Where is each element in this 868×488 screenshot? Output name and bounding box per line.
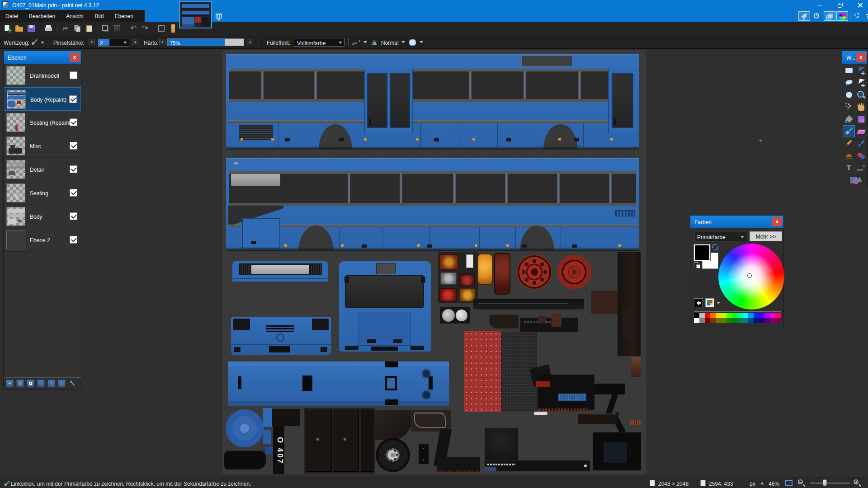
- layer-row-misc[interactable]: Misc: [4, 134, 81, 158]
- fill-style-combo[interactable]: Volltonfarbe: [294, 38, 344, 47]
- save-button[interactable]: [25, 23, 37, 34]
- layer-row-ebene-2[interactable]: Ebene 2: [4, 228, 81, 252]
- ruler-button[interactable]: [167, 23, 179, 34]
- palette-swatch[interactable]: [737, 318, 743, 323]
- palette-swatch[interactable]: [699, 313, 705, 318]
- palette-swatch[interactable]: [699, 318, 705, 323]
- tool-selector-button[interactable]: [30, 38, 45, 47]
- palette-swatch[interactable]: [710, 318, 716, 323]
- toggle-colors-panel-button[interactable]: [836, 11, 848, 21]
- duplicate-layer-button[interactable]: ⧉: [27, 380, 34, 387]
- palette-swatch[interactable]: [710, 313, 716, 318]
- brush-width-increase-button[interactable]: ＋: [132, 39, 138, 45]
- palette-swatch[interactable]: [748, 318, 754, 323]
- tool-recolor[interactable]: [855, 150, 867, 162]
- palette-swatch[interactable]: [694, 318, 699, 323]
- unit-selector[interactable]: px: [750, 481, 755, 487]
- cut-button[interactable]: ✂: [60, 23, 71, 34]
- pixel-grid-button[interactable]: [156, 23, 167, 34]
- colors-panel-title-bar[interactable]: Farben x: [690, 216, 783, 228]
- palette-swatch[interactable]: [737, 313, 743, 318]
- palette-swatch[interactable]: [732, 318, 737, 323]
- selection-render-dropdown[interactable]: [420, 41, 423, 43]
- palette-swatch[interactable]: [716, 313, 721, 318]
- tool-move-selected-pixels[interactable]: [855, 64, 867, 76]
- tool-line-curve[interactable]: [855, 162, 867, 174]
- palette-swatch[interactable]: [726, 313, 732, 318]
- layer-row-drahtmodell[interactable]: Drahtmodell: [4, 64, 81, 87]
- layer-row-body[interactable]: Body: [4, 205, 81, 228]
- tool-paint-bucket[interactable]: [843, 113, 855, 125]
- palette-swatch[interactable]: [770, 313, 775, 318]
- selection-render-icon[interactable]: [408, 38, 418, 47]
- add-layer-button[interactable]: +: [6, 380, 14, 387]
- layer-row-detail[interactable]: Detail: [4, 158, 81, 181]
- delete-layer-button[interactable]: x: [16, 380, 24, 387]
- move-layer-down-button[interactable]: ↓: [58, 380, 66, 387]
- primary-color-swatch[interactable]: [694, 244, 710, 261]
- tool-color-picker[interactable]: [855, 137, 867, 150]
- blend-mode-dropdown[interactable]: [401, 41, 405, 43]
- palette-menu-caret[interactable]: [717, 302, 720, 304]
- layer-visibility-checkbox[interactable]: [70, 212, 77, 220]
- layer-visibility-checkbox[interactable]: [70, 118, 77, 126]
- tool-text[interactable]: [843, 162, 855, 174]
- tool-pan[interactable]: [855, 101, 867, 113]
- colors-panel-close-button[interactable]: x: [772, 217, 782, 226]
- layer-visibility-checkbox[interactable]: [69, 95, 77, 103]
- toggle-layers-panel-button[interactable]: [824, 11, 835, 21]
- zoom-to-fit-icon[interactable]: [785, 480, 793, 486]
- undo-button[interactable]: ↶: [127, 23, 139, 34]
- zoom-slider-handle[interactable]: [823, 479, 827, 486]
- zoom-out-icon[interactable]: [798, 479, 803, 484]
- zoom-in-icon[interactable]: [854, 479, 859, 484]
- redo-button[interactable]: ↷: [139, 23, 151, 34]
- open-image-thumbnail[interactable]: [179, 1, 212, 28]
- open-file-button[interactable]: [14, 23, 25, 34]
- swap-colors-icon[interactable]: [712, 244, 717, 249]
- palette-swatch[interactable]: [694, 313, 699, 318]
- help-button[interactable]: ?: [862, 11, 868, 21]
- layer-row-seating[interactable]: Seating: [4, 181, 81, 205]
- tool-lasso-select[interactable]: [843, 76, 855, 89]
- palette-swatch[interactable]: [721, 318, 726, 323]
- hardness-decrease-button[interactable]: ▪: [159, 39, 165, 45]
- palette-swatch[interactable]: [705, 313, 710, 318]
- paste-button[interactable]: [83, 23, 95, 34]
- palette-swatch[interactable]: [716, 318, 721, 323]
- hardness-slider[interactable]: 75%: [167, 38, 244, 46]
- layer-visibility-checkbox[interactable]: [70, 71, 77, 79]
- toggle-tools-panel-button[interactable]: [798, 11, 810, 21]
- minimize-button[interactable]: [812, 0, 827, 10]
- new-file-button[interactable]: [2, 23, 14, 34]
- layers-panel-close-button[interactable]: x: [70, 53, 80, 62]
- tool-magic-wand[interactable]: [843, 101, 855, 113]
- tool-shapes[interactable]: [843, 174, 867, 186]
- antialiasing-dropdown[interactable]: [363, 41, 367, 43]
- layer-properties-button[interactable]: 🔧: [68, 380, 76, 387]
- layer-visibility-checkbox[interactable]: [70, 189, 77, 197]
- deselect-button[interactable]: [111, 23, 123, 34]
- copy-button[interactable]: [71, 23, 83, 34]
- palette-swatch[interactable]: [759, 313, 764, 318]
- close-button[interactable]: [853, 0, 868, 10]
- tool-ellipse-select[interactable]: [843, 89, 855, 101]
- palette-swatch[interactable]: [732, 313, 737, 318]
- palette-swatch[interactable]: [754, 313, 759, 318]
- palette-swatch[interactable]: [726, 318, 732, 323]
- palette-swatch[interactable]: [721, 313, 726, 318]
- tool-move-selection[interactable]: [855, 76, 867, 89]
- layers-panel-title-bar[interactable]: Ebenen x: [4, 51, 81, 64]
- menu-item-datei[interactable]: Datei: [0, 10, 24, 22]
- move-layer-up-button[interactable]: ↑: [47, 380, 55, 387]
- brush-width-combo[interactable]: 2: [97, 38, 129, 47]
- tool-rectangle-select[interactable]: [843, 64, 855, 76]
- menu-item-ebenen[interactable]: Ebenen: [109, 10, 138, 22]
- menu-item-bild[interactable]: Bild: [89, 10, 109, 22]
- add-color-button[interactable]: [694, 298, 703, 307]
- palette-swatch[interactable]: [743, 318, 748, 323]
- reset-colors-icon[interactable]: [694, 262, 701, 269]
- palette-swatch[interactable]: [754, 318, 759, 323]
- palette-swatch[interactable]: [743, 313, 748, 318]
- antialiasing-icon[interactable]: [352, 38, 362, 47]
